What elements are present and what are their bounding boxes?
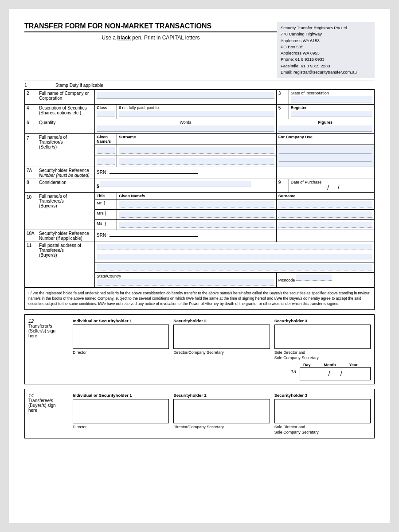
sig-12-label: 12 Transferor/s (Seller/s) sign here <box>28 318 68 338</box>
row-7a: 7A Securityholder Reference Number (must… <box>25 167 375 179</box>
label-postal: Full postal address of Transferee/s (Buy… <box>37 242 95 288</box>
given-2-input[interactable] <box>117 210 277 220</box>
num-5: 5 <box>276 105 289 119</box>
header-subtitle: Use a black pen. Print in CAPITAL letter… <box>24 35 277 41</box>
sig-14-header: 14 Transferee/s (Buyer/s) sign here Indi… <box>28 393 371 434</box>
label-transferee: Full name/s of Transferee/s (Buyer/s) <box>37 193 95 230</box>
postal-line-1[interactable] <box>95 242 375 252</box>
num-3: 3 <box>276 90 289 105</box>
label-transferor: Full name/s of Transferor/s (Seller/s) <box>37 134 95 167</box>
sig-12-sh2-box[interactable] <box>173 325 270 349</box>
sh3-sub2-14: Sole Company Secretary <box>274 430 371 434</box>
sig-12-sh2: Securityholder 2 Director/Company Secret… <box>173 318 270 360</box>
sig-14-sh1-box[interactable] <box>73 399 169 423</box>
given-1-input[interactable] <box>117 200 277 210</box>
stamp-duty-row: 1 Stamp Duty if applicable <box>24 81 375 90</box>
header-left: TRANSFER FORM FOR NON-MARKET TRANSACTION… <box>24 22 277 41</box>
sig-12-sh1-box[interactable] <box>73 325 169 349</box>
row-7: 7 Full name/s of Transferor/s (Seller/s)… <box>25 134 375 145</box>
company-name-input[interactable] <box>95 90 277 105</box>
row-10-header: 10 Full name/s of Transferee/s (Buyer/s)… <box>25 193 375 200</box>
row-10a: 10A Securityholder Reference Number (if … <box>25 230 375 242</box>
surname-col-header: Surname <box>276 193 374 200</box>
row-11: 11 Full postal address of Transferee/s (… <box>25 242 375 252</box>
surname-3-input[interactable] <box>276 220 374 230</box>
date-box-12: Day Month Year / / <box>300 363 371 380</box>
num-11: 11 <box>25 242 37 288</box>
securities-class[interactable]: Class <box>95 105 117 119</box>
sig-14-sh3-box[interactable] <box>274 399 371 423</box>
consideration-input[interactable]: $ <box>95 179 277 193</box>
securities-paid[interactable]: If not fully paid, paid to <box>117 105 277 119</box>
transferor-surname-header: Surname <box>117 134 277 145</box>
date-section-12: 13 Day Month Year / / <box>28 363 371 380</box>
quantity-words[interactable]: Words <box>95 119 277 134</box>
row-6: 6 Quantity Words Figures <box>25 119 375 134</box>
num-4: 4 <box>25 105 37 119</box>
row-4-5: 4 Description of Securities (Shares, opt… <box>25 105 375 119</box>
state-country-field[interactable]: State/Country <box>95 273 277 288</box>
registrar-info: Security Transfer Registrars Pty Ltd 770… <box>277 22 375 78</box>
num-10: 10 <box>25 193 37 230</box>
register-field[interactable]: Register <box>289 105 374 119</box>
sig-12-sh3-box[interactable] <box>274 325 371 349</box>
num-10a: 10A <box>25 230 37 242</box>
num-9: 9 <box>276 179 289 193</box>
label-srn-transferee: Securityholder Reference Number (if appl… <box>37 230 95 242</box>
srn-transferor-input[interactable]: SRN : <box>95 167 277 179</box>
surname-1-input[interactable] <box>276 200 374 210</box>
stamp-duty-label: Stamp Duty if applicable <box>55 83 103 88</box>
row-8-9: 8 Consideration $ 9 Date of Purchase / / <box>25 179 375 193</box>
sig-14-sh1: Individual or Securityholder 1 Director <box>73 393 169 434</box>
postal-line-2[interactable] <box>95 252 375 262</box>
section-14: 14 Transferee/s (Buyer/s) sign here Indi… <box>24 389 375 438</box>
transferor-given-1[interactable] <box>95 145 117 156</box>
surname-2-input[interactable] <box>276 210 374 220</box>
header: TRANSFER FORM FOR NON-MARKET TRANSACTION… <box>24 22 375 78</box>
sig-12-sh1: Individual or Securityholder 1 Director <box>73 318 169 360</box>
date-purchase[interactable]: Date of Purchase / / <box>289 179 374 193</box>
sig-14-label: 14 Transferee/s (Buyer/s) sign here <box>28 393 68 413</box>
sig-12-sh3: Securityholder 3 Sole Director and Sole … <box>274 318 371 360</box>
row-2-3: 2 Full name of Company or Corporation 3 … <box>25 90 375 105</box>
section-12: 12 Transferor/s (Seller/s) sign here Ind… <box>24 314 375 384</box>
sig-14-sh2-box[interactable] <box>173 399 270 423</box>
main-table: 2 Full name of Company or Corporation 3 … <box>24 90 375 288</box>
transferor-surname-1[interactable] <box>117 145 277 156</box>
legal-text: I / We the registered holder/s and under… <box>24 288 375 310</box>
transferor-company-header: For Company Use <box>276 134 374 145</box>
sig-14-boxes: Individual or Securityholder 1 Director … <box>73 393 371 434</box>
label-consideration: Consideration <box>37 179 95 193</box>
given-3-input[interactable] <box>117 220 277 230</box>
num-2: 2 <box>25 90 37 105</box>
state-incorporation: State of Incorporation <box>289 90 374 105</box>
transferor-company-use[interactable] <box>276 145 374 167</box>
title-col-header: Title <box>95 193 117 200</box>
quantity-figures[interactable]: Figures <box>276 119 374 134</box>
num-8: 8 <box>25 179 37 193</box>
transferor-given-header: Given Name/s <box>95 134 117 145</box>
srn-transferee-empty <box>276 230 374 242</box>
transferor-given-2[interactable] <box>95 156 117 167</box>
srn-transferor-empty <box>276 167 374 179</box>
postal-line-3[interactable] <box>95 262 375 273</box>
srn-transferee-input[interactable]: SRN : <box>95 230 277 242</box>
title-ms: Ms } <box>95 220 117 230</box>
title-mrs: Mrs } <box>95 210 117 220</box>
sh3-sub1-14: Sole Director and <box>274 425 371 429</box>
title-mr: Mr } <box>95 200 117 210</box>
sig-12-header: 12 Transferor/s (Seller/s) sign here Ind… <box>28 318 371 360</box>
given-col-header: Given Name/s <box>117 193 277 200</box>
date-input-12[interactable]: / / <box>300 367 371 380</box>
label-srn-transferor: Securityholder Reference Number (must be… <box>37 167 95 179</box>
postcode-field[interactable]: Postcode <box>276 273 374 288</box>
sig-14-sh3: Securityholder 3 Sole Director and Sole … <box>274 393 371 434</box>
page: TRANSFER FORM FOR NON-MARKET TRANSACTION… <box>9 9 390 523</box>
transferor-surname-2[interactable] <box>117 156 277 167</box>
label-quantity: Quantity <box>37 119 95 134</box>
label-company: Full name of Company or Corporation <box>37 90 95 105</box>
num-7: 7 <box>25 134 37 167</box>
num-7a: 7A <box>25 167 37 179</box>
sh3-sub1: Sole Director and <box>274 350 371 355</box>
sh3-sub2: Sole Company Secretary <box>274 356 371 360</box>
